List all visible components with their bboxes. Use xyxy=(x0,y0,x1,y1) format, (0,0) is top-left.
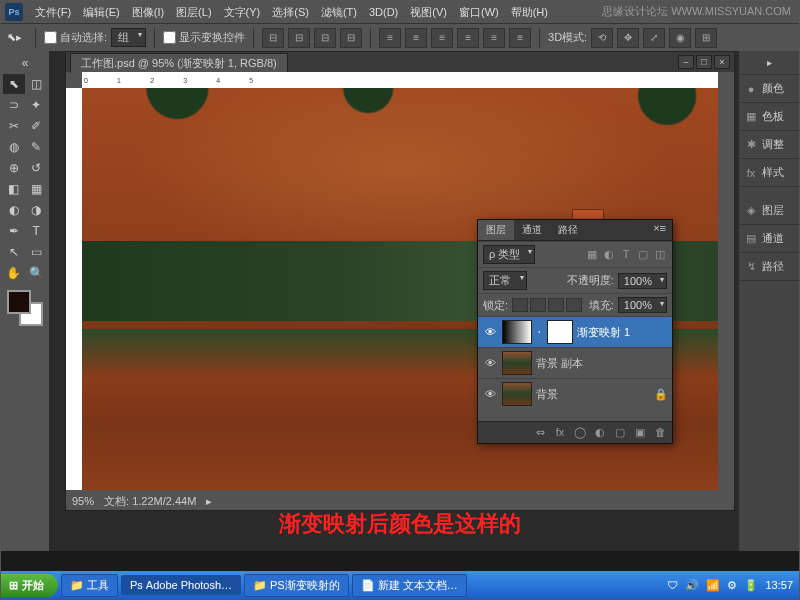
visibility-icon[interactable]: 👁 xyxy=(482,326,498,338)
stamp-tool[interactable]: ⊕ xyxy=(3,158,25,178)
dock-color[interactable]: ●颜色 xyxy=(739,75,799,103)
3d-icon[interactable]: ◉ xyxy=(669,28,691,48)
expand-icon[interactable]: ▸ xyxy=(739,51,799,75)
autoselect-checkbox[interactable]: 自动选择: xyxy=(44,30,107,45)
opacity-input[interactable]: 100% xyxy=(618,273,667,289)
lock-transparent-icon[interactable] xyxy=(512,298,528,312)
taskbar-item[interactable]: 📁PS渐变映射的 xyxy=(244,574,349,597)
distribute-icon[interactable]: ≡ xyxy=(431,28,453,48)
layer-thumb[interactable] xyxy=(502,382,532,406)
visibility-icon[interactable]: 👁 xyxy=(482,357,498,369)
zoom-value[interactable]: 95% xyxy=(72,495,94,507)
path-tool[interactable]: ↖ xyxy=(3,242,25,262)
shape-tool[interactable]: ▭ xyxy=(26,242,48,262)
3d-icon[interactable]: ⊞ xyxy=(695,28,717,48)
doc-info[interactable]: 文档: 1.22M/2.44M xyxy=(104,494,196,509)
layer-name[interactable]: 背景 xyxy=(536,387,558,402)
fill-input[interactable]: 100% xyxy=(618,297,667,313)
align-icon[interactable]: ⊟ xyxy=(288,28,310,48)
layer-name[interactable]: 渐变映射 1 xyxy=(577,325,630,340)
distribute-icon[interactable]: ≡ xyxy=(457,28,479,48)
menu-help[interactable]: 帮助(H) xyxy=(505,5,554,20)
close-icon[interactable]: × xyxy=(714,55,730,69)
3d-icon[interactable]: ⤢ xyxy=(643,28,665,48)
system-tray[interactable]: 🛡 🔊 📶 ⚙ 🔋 13:57 xyxy=(661,579,799,592)
zoom-tool[interactable]: 🔍 xyxy=(26,263,48,283)
lock-all-icon[interactable] xyxy=(566,298,582,312)
layer-item[interactable]: 👁 背景 副本 xyxy=(478,347,672,378)
filter-text-icon[interactable]: T xyxy=(619,248,633,261)
tray-icon[interactable]: 🔊 xyxy=(683,579,701,592)
menu-3d[interactable]: 3D(D) xyxy=(363,6,404,18)
panel-menu-icon[interactable]: ×≡ xyxy=(647,220,672,240)
delete-icon[interactable]: 🗑 xyxy=(652,426,668,439)
distribute-icon[interactable]: ≡ xyxy=(379,28,401,48)
chevron-right-icon[interactable]: ▸ xyxy=(206,495,212,508)
dock-paths[interactable]: ↯路径 xyxy=(739,253,799,281)
menu-select[interactable]: 选择(S) xyxy=(266,5,315,20)
pen-tool[interactable]: ✒ xyxy=(3,221,25,241)
tab-channels[interactable]: 通道 xyxy=(514,220,550,240)
menu-edit[interactable]: 编辑(E) xyxy=(77,5,126,20)
filter-smart-icon[interactable]: ◫ xyxy=(653,248,667,261)
history-brush-tool[interactable]: ↺ xyxy=(26,158,48,178)
filter-pixel-icon[interactable]: ▦ xyxy=(585,248,599,261)
dodge-tool[interactable]: ◑ xyxy=(26,200,48,220)
menu-layer[interactable]: 图层(L) xyxy=(170,5,217,20)
fx-icon[interactable]: fx xyxy=(552,426,568,439)
crop-tool[interactable]: ✂ xyxy=(3,116,25,136)
layer-item[interactable]: 👁 背景 🔒 xyxy=(478,378,672,409)
lock-position-icon[interactable] xyxy=(548,298,564,312)
foreground-color[interactable] xyxy=(7,290,31,314)
tab-layers[interactable]: 图层 xyxy=(478,220,514,240)
ruler-vertical[interactable] xyxy=(66,88,82,490)
filter-dropdown[interactable]: ρ 类型 xyxy=(483,245,535,264)
link-layers-icon[interactable]: ⇔ xyxy=(532,426,548,439)
tray-icon[interactable]: 📶 xyxy=(704,579,722,592)
menu-view[interactable]: 视图(V) xyxy=(404,5,453,20)
blur-tool[interactable]: ◐ xyxy=(3,200,25,220)
marquee-tool[interactable]: ◫ xyxy=(26,74,48,94)
3d-icon[interactable]: ✥ xyxy=(617,28,639,48)
align-icon[interactable]: ⊟ xyxy=(314,28,336,48)
lasso-tool[interactable]: ⊃ xyxy=(3,95,25,115)
mask-icon[interactable]: ◯ xyxy=(572,426,588,439)
group-icon[interactable]: ▢ xyxy=(612,426,628,439)
layer-mask-thumb[interactable] xyxy=(547,320,573,344)
minimize-icon[interactable]: – xyxy=(678,55,694,69)
blend-mode-dropdown[interactable]: 正常 xyxy=(483,271,527,290)
taskbar-item[interactable]: 📁工具 xyxy=(61,574,118,597)
dock-styles[interactable]: fx样式 xyxy=(739,159,799,187)
collapse-icon[interactable]: « xyxy=(3,53,47,73)
taskbar-item[interactable]: 📄新建 文本文档… xyxy=(352,574,467,597)
wand-tool[interactable]: ✦ xyxy=(26,95,48,115)
dock-adjustments[interactable]: ✱调整 xyxy=(739,131,799,159)
layer-item[interactable]: 👁 ⬝ 渐变映射 1 xyxy=(478,316,672,347)
new-layer-icon[interactable]: ▣ xyxy=(632,426,648,439)
lock-pixels-icon[interactable] xyxy=(530,298,546,312)
clock[interactable]: 13:57 xyxy=(763,579,795,591)
layer-name[interactable]: 背景 副本 xyxy=(536,356,583,371)
distribute-icon[interactable]: ≡ xyxy=(483,28,505,48)
heal-tool[interactable]: ◍ xyxy=(3,137,25,157)
visibility-icon[interactable]: 👁 xyxy=(482,388,498,400)
align-icon[interactable]: ⊟ xyxy=(340,28,362,48)
distribute-icon[interactable]: ≡ xyxy=(405,28,427,48)
align-icon[interactable]: ⊟ xyxy=(262,28,284,48)
menu-window[interactable]: 窗口(W) xyxy=(453,5,505,20)
filter-adjust-icon[interactable]: ◐ xyxy=(602,248,616,261)
maximize-icon[interactable]: □ xyxy=(696,55,712,69)
dock-layers[interactable]: ◈图层 xyxy=(739,197,799,225)
taskbar-item[interactable]: PsAdobe Photosh… xyxy=(121,575,241,595)
gradient-tool[interactable]: ▦ xyxy=(26,179,48,199)
autoselect-dropdown[interactable]: 组 xyxy=(111,28,146,47)
menu-file[interactable]: 文件(F) xyxy=(29,5,77,20)
color-swatch[interactable] xyxy=(7,290,43,326)
text-tool[interactable]: T xyxy=(26,221,48,241)
dock-swatches[interactable]: ▦色板 xyxy=(739,103,799,131)
ruler-horizontal[interactable]: 0 1 2 3 4 5 xyxy=(82,72,718,88)
move-tool[interactable]: ⬉ xyxy=(3,74,25,94)
document-tab[interactable]: 工作图.psd @ 95% (渐变映射 1, RGB/8) xyxy=(70,53,288,73)
3d-icon[interactable]: ⟲ xyxy=(591,28,613,48)
layer-thumb[interactable] xyxy=(502,351,532,375)
